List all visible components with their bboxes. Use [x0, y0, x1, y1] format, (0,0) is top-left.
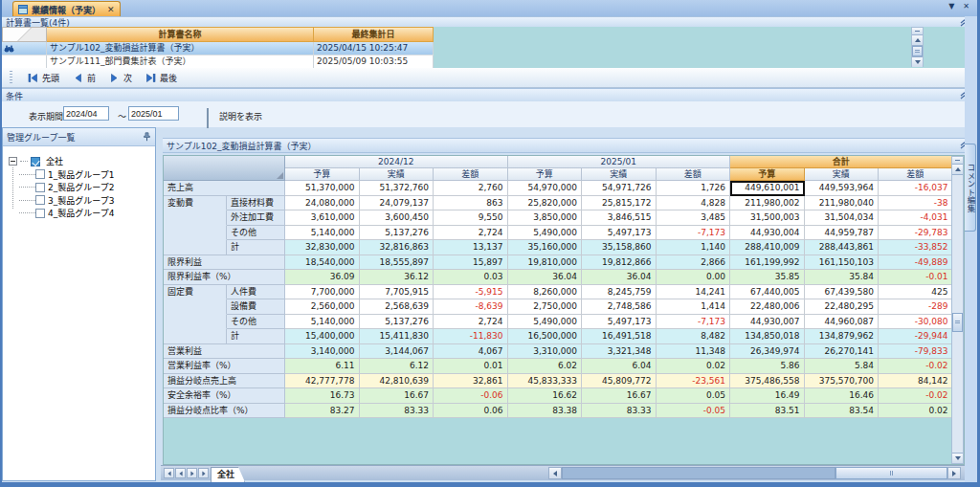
column-subheader[interactable]: 実績: [582, 168, 657, 181]
report-vertical-scrollbar[interactable]: [951, 156, 964, 464]
calc-sheet-row[interactable]: サンプル102_変動損益計算書（予実） 2025/04/15 10:25:47: [2, 42, 434, 55]
tree-item-group[interactable]: 2_製品グループ2: [3, 181, 155, 194]
tree-item-group[interactable]: 3_製品グループ3: [3, 194, 155, 208]
tree-checkbox[interactable]: [35, 169, 45, 179]
report-cell[interactable]: 5,137,276: [360, 315, 434, 330]
report-cell[interactable]: 67,440,005: [730, 285, 805, 300]
report-cell[interactable]: 5,497,173: [582, 315, 657, 330]
report-cell[interactable]: 211,980,040: [805, 196, 880, 211]
report-cell[interactable]: -5,915: [434, 285, 508, 300]
comment-edit-tab[interactable]: コメント編集: [965, 144, 976, 232]
report-cell[interactable]: 5,137,276: [360, 226, 434, 241]
report-cell[interactable]: -0.02: [879, 388, 953, 404]
report-cell[interactable]: 3,846,515: [582, 210, 657, 226]
report-cell[interactable]: 16,500,000: [508, 329, 583, 344]
tree-checkbox[interactable]: [35, 209, 45, 218]
tree-item-all-company[interactable]: 全社: [3, 155, 155, 168]
report-cell[interactable]: 3,140,000: [285, 344, 360, 360]
report-cell[interactable]: 2,724: [434, 226, 508, 241]
sheet-first-icon[interactable]: [164, 468, 174, 478]
hscroll-track[interactable]: [562, 467, 835, 479]
report-cell[interactable]: 134,879,962: [805, 329, 880, 344]
report-cell[interactable]: 2,568,639: [360, 299, 434, 315]
scroll-up-icon[interactable]: [952, 165, 963, 175]
report-cell[interactable]: 32,861: [434, 374, 508, 389]
period-to-input[interactable]: [128, 106, 179, 121]
tabstrip-close-icon[interactable]: ✕: [963, 2, 969, 11]
first-record-button[interactable]: 先頭: [28, 72, 59, 84]
scrollbar-splitter[interactable]: [912, 28, 923, 35]
report-cell[interactable]: 5,490,000: [508, 226, 583, 241]
report-cell[interactable]: 6.02: [508, 359, 583, 374]
report-cell[interactable]: 44,960,087: [805, 315, 880, 330]
row-label[interactable]: 限界利益率（%）: [164, 270, 285, 285]
column-header-name[interactable]: 計算書名称: [47, 27, 314, 42]
row-category-label[interactable]: 変動費: [164, 196, 227, 211]
sheet-tab-zensha[interactable]: 全社: [211, 467, 245, 482]
report-cell[interactable]: -23,561: [657, 374, 731, 389]
report-cell[interactable]: 863: [434, 196, 508, 211]
tab-close-icon[interactable]: ✕: [107, 5, 115, 14]
report-cell[interactable]: 16.49: [730, 388, 805, 404]
report-cell[interactable]: 16.62: [508, 388, 583, 404]
tree-collapse-icon[interactable]: [9, 157, 17, 166]
report-cell[interactable]: 16.67: [360, 388, 434, 404]
report-cell[interactable]: 1,726: [657, 181, 731, 196]
report-cell[interactable]: 36.04: [582, 270, 657, 285]
tree-item-group[interactable]: 4_製品グループ4: [3, 207, 155, 220]
calc-sheet-date[interactable]: 2025/04/15 10:25:47: [314, 42, 434, 55]
report-cell[interactable]: 3,310,000: [508, 344, 583, 360]
column-subheader[interactable]: 実績: [805, 168, 880, 181]
report-cell[interactable]: 0.06: [434, 404, 508, 419]
report-cell[interactable]: 35.84: [805, 270, 880, 285]
report-cell[interactable]: 51,370,000: [285, 181, 360, 196]
column-subheader[interactable]: 差額: [434, 168, 508, 181]
scrollbar-splitter[interactable]: [952, 157, 963, 165]
report-cell[interactable]: 3,144,067: [360, 344, 434, 360]
report-cell[interactable]: 0.05: [657, 388, 731, 404]
row-label[interactable]: 売上高: [164, 181, 285, 196]
report-cell[interactable]: 11,348: [657, 344, 731, 360]
column-group-header[interactable]: 2025/01: [508, 156, 731, 168]
toolbar-grip[interactable]: [10, 71, 12, 84]
row-label[interactable]: 損益分岐点比率（%）: [164, 404, 285, 419]
hscroll-right-icon[interactable]: [947, 467, 961, 479]
row-item-label[interactable]: その他: [227, 315, 285, 330]
report-cell[interactable]: 4,067: [434, 344, 508, 360]
report-cell[interactable]: 0.02: [879, 404, 953, 419]
tree-checkbox[interactable]: [35, 195, 45, 205]
row-category-label[interactable]: [164, 226, 227, 241]
report-cell[interactable]: 375,486,558: [730, 374, 805, 389]
show-description-checkbox[interactable]: [207, 108, 209, 128]
report-cell[interactable]: 5,140,000: [285, 226, 360, 241]
report-cell[interactable]: 51,372,760: [360, 181, 434, 196]
report-cell[interactable]: 0.01: [434, 359, 508, 374]
pin-icon[interactable]: [143, 132, 151, 142]
report-cell[interactable]: 67,439,580: [805, 285, 880, 300]
report-cell[interactable]: 1,414: [657, 299, 731, 315]
report-cell[interactable]: 31,500,003: [730, 210, 805, 226]
row-item-label[interactable]: 設備費: [227, 299, 285, 315]
report-cell[interactable]: -0.06: [434, 388, 508, 404]
sheet-last-icon[interactable]: [198, 468, 209, 478]
report-cell[interactable]: 2,748,586: [582, 299, 657, 315]
report-cell[interactable]: -16,037: [879, 181, 953, 196]
row-label[interactable]: 損益分岐点売上高: [164, 374, 285, 389]
report-cell[interactable]: 8,260,000: [508, 285, 583, 300]
row-item-label[interactable]: 計: [227, 329, 285, 344]
report-cell[interactable]: 2,760: [434, 181, 508, 196]
report-cell[interactable]: 26,270,141: [805, 344, 880, 360]
report-cell[interactable]: 35,158,860: [582, 240, 657, 255]
report-cell[interactable]: 44,959,787: [805, 226, 880, 241]
report-cell[interactable]: -8,639: [434, 299, 508, 315]
report-cell[interactable]: 25,815,172: [582, 196, 657, 211]
report-cell[interactable]: 449,610,001: [730, 181, 805, 196]
row-category-label[interactable]: [164, 299, 227, 315]
report-cell[interactable]: 83.54: [805, 404, 880, 419]
report-cell[interactable]: 16.67: [582, 388, 657, 404]
report-cell[interactable]: 9,550: [434, 210, 508, 226]
report-cell[interactable]: 16.73: [285, 388, 360, 404]
report-cell[interactable]: 83.51: [730, 404, 805, 419]
column-subheader[interactable]: 差額: [879, 168, 953, 181]
report-cell[interactable]: 211,980,002: [730, 196, 805, 211]
